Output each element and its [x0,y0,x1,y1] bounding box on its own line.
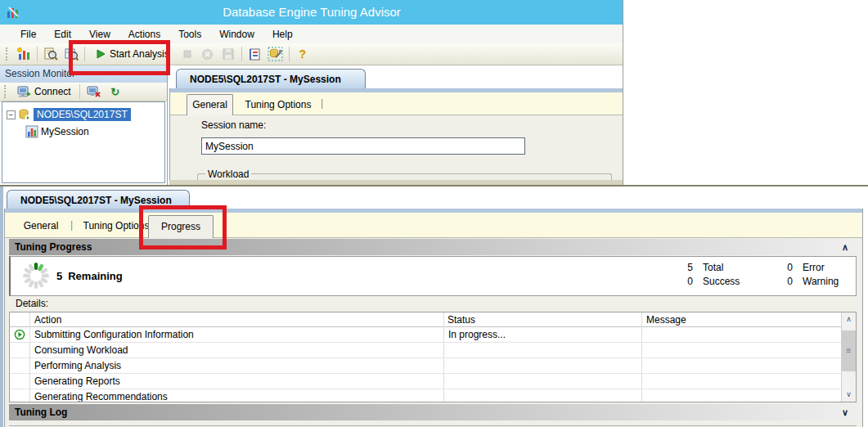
title-bar: Database Engine Tuning Advisor [0,0,623,25]
window-title: Database Engine Tuning Advisor [0,0,623,25]
column-header-action[interactable]: Action [34,312,427,328]
row-action: Performing Analysis [34,358,435,374]
session-chart-icon [25,125,38,138]
stat-error-value: 0 [780,262,793,273]
column-header-status[interactable]: Status [447,312,627,328]
table-magnifier-icon [64,47,79,61]
vertical-scrollbar[interactable]: ∧ ≡ ∨ [841,312,856,402]
tree-item-session[interactable]: MySession [25,125,89,138]
collapse-chevron-icon[interactable]: ∧ [842,239,848,255]
stop-analysis-button[interactable] [178,45,196,63]
tree-server-label[interactable]: NODE5\SQL2017ST [34,108,131,121]
tab-strip-top [170,92,623,115]
top-tab-page: General Tuning Options | Session name: W… [169,88,623,185]
menu-item-view[interactable]: View [80,26,119,43]
scroll-down-icon[interactable]: ∨ [842,388,856,402]
toolbar-separator [84,47,85,61]
help-button[interactable]: ? [294,45,312,63]
screen: Database Engine Tuning Advisor File Edit… [0,0,868,427]
table-row: Performing Analysis [10,358,841,374]
apply-recommendations-button[interactable] [246,45,264,63]
cancel-icon [201,48,214,61]
menu-item-edit[interactable]: Edit [45,26,80,43]
new-session-button[interactable] [15,45,33,63]
scroll-up-icon[interactable]: ∧ [842,312,856,326]
session-name-input[interactable] [201,137,525,155]
refresh-button[interactable]: ↻ [106,83,124,101]
table-row: Generating Reports [10,374,841,389]
open-workload-table-button[interactable] [62,45,80,63]
panel-splitter[interactable] [167,65,168,185]
file-magnifier-icon [43,47,58,61]
document-tab-bottom[interactable]: NODE5\SQL2017ST - MySession [7,190,190,210]
session-monitor-header: Session Monitor [0,65,168,83]
save-button[interactable] [219,45,237,63]
tab-progress[interactable]: Progress [148,215,214,238]
workload-label: Workload [205,169,251,180]
tab-general-top[interactable]: General [187,94,233,115]
new-session-icon [16,47,31,61]
tree-item-server[interactable]: − NODE5\SQL2017ST [7,108,131,121]
expand-chevron-icon[interactable]: ∨ [842,404,848,420]
menu-item-file[interactable]: File [11,26,45,43]
tree-collapse-toggle[interactable]: − [7,110,16,119]
row-action: Generating Reports [34,374,435,389]
row-status [448,374,632,389]
toolbar-separator [241,47,242,61]
tab-tuning-options-top[interactable]: Tuning Options [241,94,316,115]
disconnect-icon [87,85,101,98]
row-action: Submitting Configuration Information [34,327,435,343]
log-box-top-edge [9,425,857,426]
dta-progress-window: NODE5\SQL2017ST - MySession General | Tu… [0,185,868,427]
toolbar-grip [6,47,10,61]
open-workload-file-button[interactable] [42,45,60,63]
row-message [646,327,830,343]
stat-total-label: Total [703,262,723,273]
stat-warning-value: 0 [780,276,793,287]
stop-icon [182,49,192,59]
tab-tuning-options-bottom[interactable]: Tuning Options [80,217,152,235]
tab-separator: | [70,219,73,231]
session-monitor-tree: − NODE5\SQL2017ST MySession [2,101,165,183]
tuning-options-button[interactable] [267,45,285,63]
progress-summary-box: 5 Remaining 5 Total 0 Success 0 Error 0 … [9,256,857,296]
report-icon [248,47,262,61]
details-label: Details: [16,298,48,309]
menu-item-actions[interactable]: Actions [119,26,169,43]
menu-item-tools[interactable]: Tools [169,26,210,43]
dta-main-window: Database Engine Tuning Advisor File Edit… [0,0,623,185]
help-icon: ? [299,47,306,61]
stat-success-label: Success [703,276,740,287]
scrollbar-thumb[interactable]: ≡ [842,330,856,371]
row-status [448,358,632,374]
tree-session-label[interactable]: MySession [41,126,89,137]
menu-item-window[interactable]: Window [210,26,263,43]
stat-error-label: Error [803,262,825,273]
document-tab-top[interactable]: NODE5\SQL2017ST - MySession [176,69,366,89]
menu-item-help[interactable]: Help [263,26,302,43]
table-header-row: Action Status Message [10,312,856,327]
stat-success-value: 0 [680,276,693,287]
tuning-log-header: Tuning Log ∨ [9,404,857,420]
connect-label: Connect [34,86,71,97]
connect-icon [17,85,31,98]
row-status [448,343,632,358]
stat-warning-label: Warning [803,276,839,287]
table-row: Submitting Configuration Information In … [10,327,841,343]
progress-spinner-icon [20,260,52,294]
tab-general-bottom[interactable]: General [16,217,65,235]
disconnect-button[interactable] [85,83,103,101]
column-header-message[interactable]: Message [646,312,826,328]
connect-button[interactable]: Connect [14,84,74,99]
window-left-edge [0,187,3,427]
remaining-label: Remaining [68,270,122,282]
cancel-button[interactable] [199,45,217,63]
start-analysis-button[interactable]: Start Analysis [89,45,176,63]
menu-bar: File Edit View Actions Tools Window Help [0,25,623,43]
save-icon [222,47,235,61]
toolbar-separator [289,47,290,61]
session-monitor-toolbar: Connect ↻ [0,83,168,101]
tuning-log-title: Tuning Log [15,407,67,418]
row-status [448,389,632,402]
bottom-tab-page: General | Tuning Options Progress Tuning… [4,209,863,427]
